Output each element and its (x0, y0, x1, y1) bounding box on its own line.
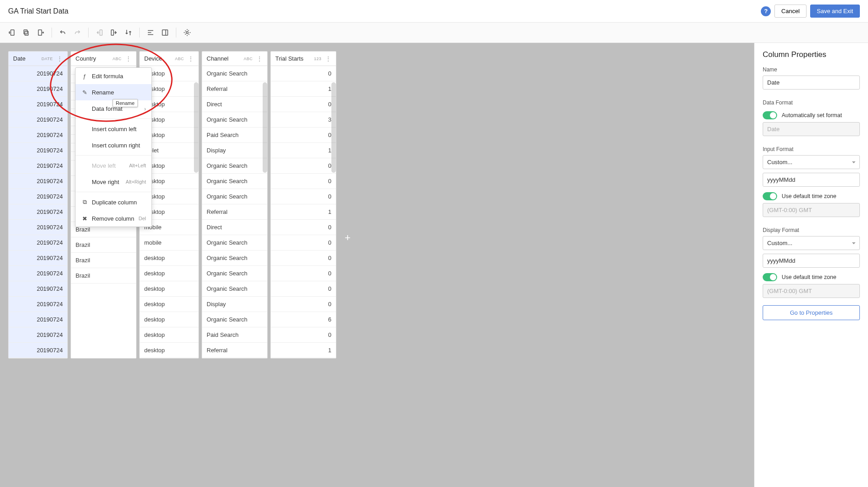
scrollbar[interactable] (194, 82, 198, 173)
column-menu-icon[interactable]: ⋮ (123, 56, 132, 62)
table-cell[interactable]: 1 (271, 143, 336, 158)
save-exit-button[interactable]: Save and Exit (810, 5, 860, 18)
table-cell[interactable]: 20190724 (9, 81, 67, 97)
table-cell[interactable]: 0 (271, 189, 336, 204)
duplicate-icon[interactable] (20, 26, 33, 39)
input-tz-toggle[interactable] (763, 192, 777, 200)
scrollbar[interactable] (263, 82, 267, 173)
move-right-icon[interactable] (108, 26, 120, 39)
column-header[interactable]: Channel ABC ⋮ (202, 52, 267, 66)
table-cell[interactable]: Paid Search (202, 327, 267, 343)
table-cell[interactable]: Display (202, 297, 267, 312)
menu-insert-left[interactable]: Insert column left (75, 121, 151, 137)
column-menu-icon[interactable]: ⋮ (255, 56, 263, 62)
table-cell[interactable]: 20190724 (9, 204, 67, 220)
table-cell[interactable]: Display (202, 143, 267, 158)
table-cell[interactable]: 20190724 (9, 128, 67, 143)
align-icon[interactable] (144, 26, 157, 39)
table-cell[interactable]: Organic Search (202, 281, 267, 297)
menu-move-right[interactable]: Move rightAlt+Right (75, 174, 151, 190)
table-cell[interactable]: Organic Search (202, 66, 267, 81)
table-cell[interactable]: 0 (271, 174, 336, 189)
table-cell[interactable]: 1 (271, 204, 336, 220)
table-cell[interactable]: 20190724 (9, 66, 67, 81)
table-cell[interactable]: Direct (202, 220, 267, 235)
table-cell[interactable]: 20190724 (9, 281, 67, 297)
table-cell[interactable]: 20190724 (9, 112, 67, 128)
table-cell[interactable]: desktop (140, 297, 198, 312)
table-cell[interactable]: 20190724 (9, 189, 67, 204)
display-format-select[interactable]: Custom... (763, 236, 860, 250)
table-cell[interactable]: desktop (140, 266, 198, 281)
table-cell[interactable]: 20190724 (9, 174, 67, 189)
menu-rename[interactable]: ✎Rename (75, 84, 151, 100)
table-cell[interactable]: Referral (202, 343, 267, 358)
table-cell[interactable]: 1 (271, 343, 336, 358)
table-cell[interactable]: 20190724 (9, 327, 67, 343)
table-cell[interactable]: Organic Search (202, 112, 267, 128)
table-cell[interactable]: 0 (271, 297, 336, 312)
table-cell[interactable]: 3 (271, 112, 336, 128)
table-cell[interactable]: 0 (271, 66, 336, 81)
panel-icon[interactable] (159, 26, 171, 39)
table-cell[interactable]: 0 (271, 128, 336, 143)
column-menu-icon[interactable]: ⋮ (323, 56, 331, 62)
scrollbar[interactable] (331, 82, 336, 173)
column-header[interactable]: Trial Starts 123 ⋮ (271, 52, 336, 66)
table-cell[interactable]: 20190724 (9, 220, 67, 235)
table-cell[interactable]: desktop (140, 251, 198, 266)
table-cell[interactable]: Paid Search (202, 128, 267, 143)
menu-data-format[interactable]: Data format› Rename (75, 100, 151, 117)
table-cell[interactable]: 20190724 (9, 158, 67, 174)
table-cell[interactable]: 0 (271, 281, 336, 297)
table-cell[interactable]: Organic Search (202, 251, 267, 266)
table-cell[interactable]: Direct (202, 97, 267, 112)
column-header[interactable]: Country ABC ⋮ (71, 52, 136, 66)
column-menu-icon[interactable]: ⋮ (55, 56, 63, 62)
column-header[interactable]: Date DATE ⋮ (9, 52, 67, 66)
add-column-button[interactable]: + (339, 51, 356, 359)
table-cell[interactable]: 1 (271, 81, 336, 97)
table-cell[interactable]: desktop (140, 343, 198, 358)
table-cell[interactable]: 0 (271, 97, 336, 112)
table-cell[interactable]: 0 (271, 220, 336, 235)
column-menu-icon[interactable]: ⋮ (186, 56, 194, 62)
display-pattern-input[interactable] (763, 254, 860, 268)
table-cell[interactable]: 20190724 (9, 143, 67, 158)
help-icon[interactable]: ? (761, 6, 771, 16)
table-cell[interactable]: 20190724 (9, 297, 67, 312)
go-to-properties-button[interactable]: Go to Properties (763, 305, 860, 320)
table-cell[interactable]: 20190724 (9, 251, 67, 266)
table-cell[interactable]: 20190724 (9, 235, 67, 251)
menu-insert-right[interactable]: Insert column right (75, 137, 151, 153)
table-cell[interactable]: Brazil (71, 237, 136, 253)
table-cell[interactable]: 20190724 (9, 312, 67, 327)
table-cell[interactable]: Organic Search (202, 189, 267, 204)
table-cell[interactable]: Organic Search (202, 158, 267, 174)
table-cell[interactable]: 0 (271, 158, 336, 174)
insert-left-icon[interactable] (5, 26, 18, 39)
table-cell[interactable]: mobile (140, 235, 198, 251)
input-format-select[interactable]: Custom... (763, 155, 860, 169)
input-pattern-input[interactable] (763, 173, 860, 187)
undo-icon[interactable] (57, 26, 69, 39)
table-cell[interactable]: desktop (140, 327, 198, 343)
table-cell[interactable]: desktop (140, 281, 198, 297)
table-cell[interactable]: Organic Search (202, 235, 267, 251)
table-cell[interactable]: Referral (202, 81, 267, 97)
table-cell[interactable]: Brazil (71, 253, 136, 268)
cancel-button[interactable]: Cancel (774, 5, 806, 18)
table-cell[interactable]: Organic Search (202, 174, 267, 189)
display-tz-toggle[interactable] (763, 273, 777, 281)
table-cell[interactable]: desktop (140, 312, 198, 327)
table-cell[interactable]: 20190724 (9, 343, 67, 358)
table-cell[interactable]: 0 (271, 266, 336, 281)
table-cell[interactable]: Organic Search (202, 312, 267, 327)
table-cell[interactable]: Referral (202, 204, 267, 220)
table-cell[interactable]: 6 (271, 312, 336, 327)
column-header[interactable]: Device ABC ⋮ (140, 52, 198, 66)
table-cell[interactable]: Brazil (71, 268, 136, 284)
table-cell[interactable]: 0 (271, 251, 336, 266)
table-cell[interactable]: 0 (271, 327, 336, 343)
menu-edit-formula[interactable]: ƒEdit formula (75, 68, 151, 84)
